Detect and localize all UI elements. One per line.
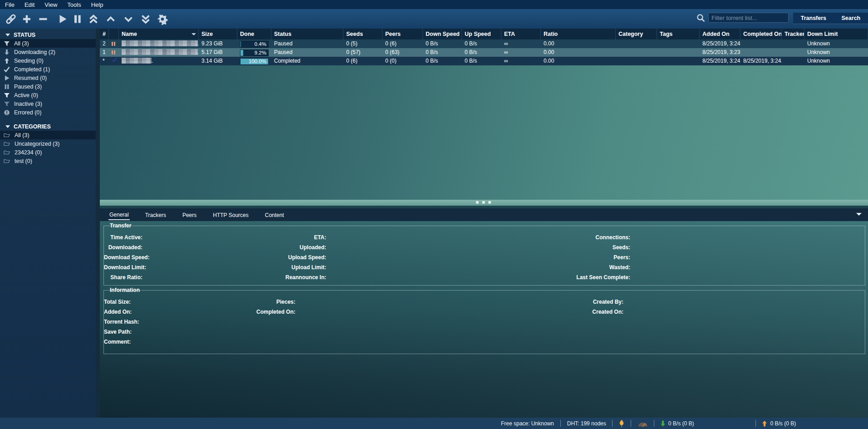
- column-header-Added On[interactable]: Added On: [700, 29, 740, 39]
- cell-down_speed: 0 B/s: [423, 39, 462, 48]
- field-label: Pieces:: [205, 297, 295, 307]
- sidebar: STATUS All (3) Downloading (2) Seeding (…: [0, 29, 96, 418]
- menu-tools[interactable]: Tools: [67, 1, 81, 8]
- cell-ratio: 0.00: [541, 48, 616, 57]
- field-label: Seeds:: [539, 242, 630, 252]
- upload-arrow-icon: [762, 420, 767, 427]
- column-header-Seeds[interactable]: Seeds: [343, 29, 383, 39]
- column-header-Down Limit[interactable]: Down Limit: [804, 29, 868, 39]
- bottom-priority-button[interactable]: [139, 13, 152, 25]
- sidebar-item-all[interactable]: All (3): [0, 39, 96, 48]
- censored-torrent-name: [122, 49, 198, 55]
- field-label: Torrent Hash:: [104, 317, 130, 327]
- options-button[interactable]: [156, 13, 169, 25]
- sidebar-item-seeding[interactable]: Seeding (0): [0, 56, 96, 65]
- cell-peers: 0 (0): [383, 57, 423, 65]
- column-header-ETA[interactable]: ETA: [501, 29, 541, 39]
- sidebar-item-completed[interactable]: Completed (1): [0, 65, 96, 74]
- tab-transfers[interactable]: Transfers: [801, 15, 826, 21]
- column-header-Size[interactable]: Size: [199, 29, 237, 39]
- decrease-priority-button[interactable]: [122, 13, 135, 25]
- pause-button[interactable]: [71, 13, 84, 25]
- field-label: Connections:: [539, 232, 630, 242]
- tab-search[interactable]: Search: [842, 15, 861, 21]
- increase-priority-button[interactable]: [104, 13, 117, 25]
- field-label: Wasted:: [539, 262, 630, 272]
- cell-category: [616, 57, 657, 65]
- tab-general[interactable]: General: [108, 210, 130, 220]
- torrent-row[interactable]: *.3.14 GiB100.0%Completed0 (6)0 (0)0 B/s…: [100, 57, 868, 65]
- column-header-#[interactable]: #: [100, 29, 109, 39]
- column-header-Completed On[interactable]: Completed On: [740, 29, 782, 39]
- sidebar-item-errored[interactable]: Errored (0): [0, 108, 96, 117]
- connection-status-indicator: [618, 419, 625, 428]
- sidebar-item-inactive[interactable]: Inactive (3): [0, 99, 96, 108]
- categories-section-header[interactable]: CATEGORIES: [0, 122, 96, 131]
- collapse-triangle-icon: [5, 125, 10, 128]
- filter-torrent-input[interactable]: [708, 13, 789, 23]
- top-priority-button[interactable]: [87, 13, 100, 25]
- censored-torrent-name: [122, 40, 198, 46]
- column-header-Ratio[interactable]: Ratio: [541, 29, 616, 39]
- scrollbar-grip-icon: ■ ■ ■: [476, 201, 492, 203]
- cell-down_limit: Unknown: [804, 39, 868, 48]
- sidebar-splitter[interactable]: [96, 29, 100, 418]
- resume-button[interactable]: [56, 13, 69, 25]
- tab-http-sources[interactable]: HTTP Sources: [212, 210, 249, 220]
- cell-size: 5.17 GiB: [199, 48, 237, 57]
- sidebar-item-downloading[interactable]: Downloading (2): [0, 48, 96, 56]
- cell-priority: 1: [100, 48, 109, 57]
- sidebar-category-234234[interactable]: 234234 (0): [0, 148, 96, 157]
- menu-help[interactable]: Help: [91, 1, 103, 8]
- cell-up_speed: 0 B/s: [462, 39, 501, 48]
- column-header-state[interactable]: [109, 29, 119, 39]
- sidebar-item-paused[interactable]: Paused (3): [0, 82, 96, 91]
- column-header-Name[interactable]: Name: [119, 29, 199, 39]
- menu-view[interactable]: View: [44, 1, 57, 8]
- cell-seeds: 0 (5): [343, 39, 383, 48]
- separator: [631, 420, 631, 427]
- column-header-Up Speed[interactable]: Up Speed: [462, 29, 501, 39]
- column-header-Done[interactable]: Done: [237, 29, 271, 39]
- tab-bar-caret-icon[interactable]: [856, 213, 862, 216]
- column-header-Category[interactable]: Category: [616, 29, 657, 39]
- status-section-header[interactable]: STATUS: [0, 30, 96, 39]
- sidebar-category-all[interactable]: All (3): [0, 131, 96, 139]
- delete-torrent-button[interactable]: [37, 13, 49, 25]
- connection-flame-icon: [618, 419, 625, 428]
- sidebar-item-resumed[interactable]: Resumed (0): [0, 74, 96, 82]
- column-header-Peers[interactable]: Peers: [383, 29, 423, 39]
- column-header-Status[interactable]: Status: [271, 29, 343, 39]
- field-label: Added On:: [104, 307, 130, 317]
- sidebar-category-uncategorized[interactable]: Uncategorized (3): [0, 139, 96, 148]
- add-magnet-link-button[interactable]: [5, 13, 17, 25]
- status-bar: Free space: Unknown DHT: 199 nodes 0 B/s…: [0, 418, 868, 429]
- filter-icon: [4, 40, 10, 47]
- sidebar-item-active[interactable]: Active (0): [0, 91, 96, 99]
- add-torrent-button[interactable]: [20, 13, 33, 25]
- sort-descending-icon: [191, 33, 196, 35]
- field-label: Last Seen Complete:: [539, 272, 630, 282]
- horizontal-scrollbar[interactable]: ■ ■ ■: [100, 200, 868, 206]
- torrent-row[interactable]: 1.5.17 GiB9.2%Paused0 (57)0 (63)0 B/s0 B…: [100, 48, 868, 57]
- sidebar-category-test[interactable]: test (0): [0, 157, 96, 165]
- toolbar: Transfers Search: [0, 9, 868, 29]
- folder-icon: [4, 149, 10, 156]
- error-icon: [4, 109, 10, 116]
- tab-trackers[interactable]: Trackers: [144, 210, 167, 220]
- cell-status: Paused: [271, 39, 343, 48]
- alt-speed-limits-toggle[interactable]: [637, 420, 648, 427]
- torrent-row[interactable]: 2.9.23 GiB0.4%Paused0 (5)0 (6)0 B/s0 B/s…: [100, 39, 868, 48]
- column-header-Down Speed[interactable]: Down Speed: [423, 29, 462, 39]
- search-icon: [696, 13, 706, 23]
- menu-edit[interactable]: Edit: [25, 1, 34, 8]
- cell-tags: [657, 39, 700, 48]
- column-header-Tracker[interactable]: Tracker: [782, 29, 804, 39]
- menu-file[interactable]: File: [5, 1, 15, 8]
- transfer-group: Transfer Time Active: Downloaded: Downlo…: [103, 226, 865, 286]
- tab-content[interactable]: Content: [264, 210, 285, 220]
- arrow-up-icon: [4, 58, 10, 64]
- paused-icon: [112, 49, 116, 55]
- column-header-Tags[interactable]: Tags: [657, 29, 700, 39]
- tab-peers[interactable]: Peers: [181, 210, 197, 220]
